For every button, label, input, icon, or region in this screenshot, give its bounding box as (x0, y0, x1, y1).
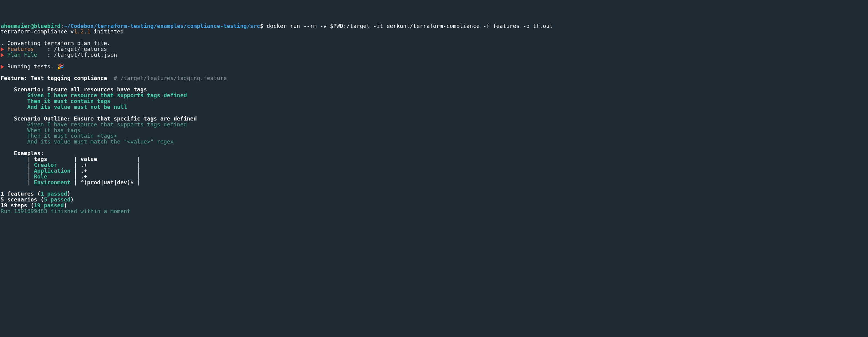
plan-sep: : (47, 52, 51, 58)
init-version: 1.2.1 (74, 28, 90, 35)
scenario2-step4-pre: And its value must match the " (1, 138, 127, 145)
finished-line: Run 1591699483 finished within a moment (1, 208, 130, 214)
td-tag: Application (34, 167, 70, 174)
prompt-user: aheumaier@bluebird (1, 23, 60, 29)
table-pipe: | (74, 173, 77, 180)
table-pipe: | (27, 167, 31, 174)
summary-steps-a: 19 steps ( (1, 202, 34, 208)
scenario2-step3-tag: <tags> (97, 132, 117, 139)
table-pipe: | (74, 167, 77, 174)
table-pipe: | (137, 173, 140, 180)
td-tag: Role (34, 173, 70, 180)
plan-label: Plan File (7, 52, 37, 58)
flag-icon (1, 52, 4, 58)
feature-prefix: Feature: (1, 75, 31, 81)
table-pipe: | (137, 167, 140, 174)
summary-features-a: 1 features ( (1, 191, 40, 197)
summary-scenarios-c: ) (71, 196, 74, 203)
td-tag: Environment (34, 179, 70, 186)
scenario2-step2: When it has tags (1, 127, 81, 133)
scenario2-step4-mid: <value> (127, 138, 150, 145)
summary-steps-b: 19 passed (34, 202, 64, 208)
summary-steps-c: ) (64, 202, 67, 208)
summary-scenarios-a: 5 scenarios ( (1, 196, 44, 203)
scenario2-hdr: Scenario Outline: Ensure that specific t… (1, 115, 197, 122)
table-pipe: | (74, 179, 77, 186)
init-app: terraform-compliance v (1, 28, 74, 35)
features-value: /target/features (54, 46, 107, 52)
flag-icon (1, 46, 4, 52)
scenario1-hdr: Scenario: Ensure all resources have tags (1, 86, 147, 93)
flag-icon (1, 64, 4, 70)
prompt-colon: : (60, 23, 64, 29)
table-pipe: | (137, 179, 140, 186)
th-value: value (81, 156, 133, 162)
summary-features-b: 1 passed (40, 191, 67, 197)
table-pipe: | (74, 156, 77, 162)
features-pad (34, 46, 47, 52)
scenario1-step3: And its value must not be null (1, 104, 127, 110)
features-label: Features (7, 46, 34, 52)
td-value: .+ (81, 162, 133, 168)
table-pipe: | (137, 156, 140, 162)
table-pipe: | (27, 156, 31, 162)
prompt-dollar: $ (260, 23, 264, 29)
td-value: ^(prod|uat|dev)$ (81, 179, 133, 186)
td-tag: Creator (34, 162, 70, 168)
terminal-output: aheumaier@bluebird:~/Codebox/terraform-t… (0, 18, 868, 214)
feature-comment: # /target/features/tagging.feature (107, 75, 227, 81)
th-tags: tags (34, 156, 70, 162)
scenario2-step3-pre: Then it must contain (1, 132, 97, 139)
table-pipe: | (27, 162, 31, 168)
features-sep: : (47, 46, 51, 52)
command-text[interactable]: docker run --rm -v $PWD:/target -it eerk… (264, 23, 553, 29)
table-pipe: | (74, 162, 77, 168)
running-line: Running tests. 🎉 (7, 63, 64, 70)
summary-features-c: ) (67, 191, 71, 197)
scenario2-step1: Given I have resource that supports tags… (1, 121, 187, 128)
plan-value: /target/tf.out.json (54, 52, 117, 58)
table-pipe: | (27, 173, 31, 180)
scenario1-step1: Given I have resource that supports tags… (1, 92, 187, 98)
scenario2-step4-post: " regex (150, 138, 174, 145)
table-pipe: | (27, 179, 31, 186)
prompt-path: ~/Codebox/terraform-testing/examples/com… (64, 23, 260, 29)
docker-command: docker run --rm -v $PWD:/target -it eerk… (267, 23, 553, 29)
td-value: .+ (81, 173, 133, 180)
table-pipe: | (137, 162, 140, 168)
scenario1-step2: Then it must contain tags (1, 98, 111, 104)
summary-scenarios-b: 5 passed (44, 196, 71, 203)
feature-title: Test tagging compliance (31, 75, 107, 81)
plan-pad (37, 52, 47, 58)
examples-hdr: Examples: (1, 150, 44, 157)
convert-line: . Converting terraform plan file. (1, 40, 111, 46)
td-value: .+ (81, 167, 133, 174)
init-tail: initiated (91, 28, 124, 35)
